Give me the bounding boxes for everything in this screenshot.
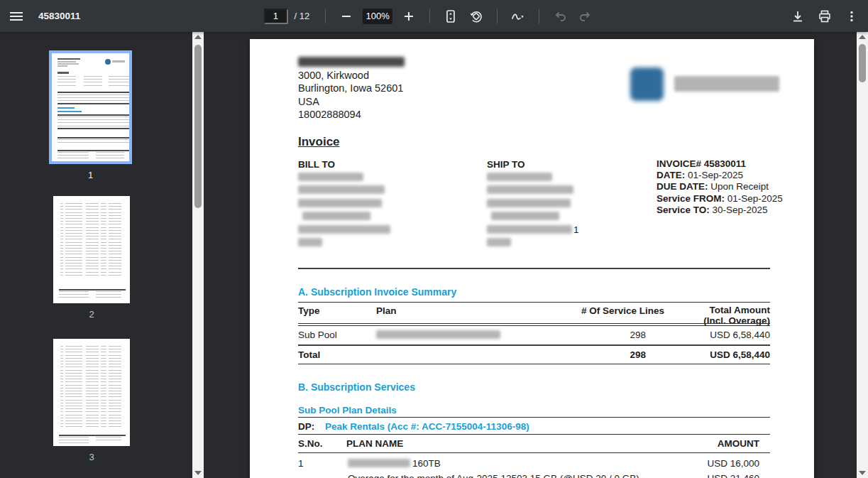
rotate-button[interactable] [464,4,488,28]
table-b-header-plan-name: PLAN NAME [346,438,403,449]
redacted-logo-icon [630,67,664,101]
redacted-bill-to-line [298,225,390,234]
redacted-logo-text [674,76,779,92]
main-scrollbar-thumb[interactable] [859,44,866,82]
detail-value: 45830011 [704,158,746,169]
thumbnail-page-2[interactable]: 2 [53,196,130,303]
section-b-title: B. Subscription Services [298,381,415,393]
sidebar-scrollbar[interactable] [192,32,204,478]
detail-value: 01-Sep-2025 [688,170,743,180]
page-count-label: / 12 [294,11,309,21]
detail-due-date: DUE DATE: Upon Receipt [657,181,783,192]
detail-label: DATE: [657,170,685,180]
sub-pool-subtitle: Sub Pool Plan Details [298,405,397,415]
toolbar-left: 45830011 [0,0,80,32]
kebab-menu-icon [845,10,858,23]
thumbnail-page-1[interactable]: 1 [49,50,132,164]
zoom-in-button[interactable] [397,4,421,28]
detail-date: DATE: 01-Sep-2025 [657,170,783,181]
redacted-ship-to-line [487,185,573,194]
detail-value: 30-Sep-2025 [713,205,768,215]
scroll-up-icon[interactable] [857,32,868,42]
thumbnail-page-3[interactable]: 3 [53,339,130,446]
redacted-bill-to-line [302,212,370,220]
download-button[interactable] [786,4,810,28]
main-scrollbar[interactable] [857,32,868,478]
table-b-header-sno: S.No. [298,438,323,449]
fit-page-button[interactable] [439,4,463,28]
more-options-button[interactable] [840,4,864,28]
scroll-up-icon[interactable] [192,32,204,42]
table-a-top-border [298,302,770,303]
table-a-header-border [298,323,770,324]
toolbar-divider [429,9,430,23]
detail-service-to: Service TO: 30-Sep-2025 [657,205,783,216]
thumbnail-page-2-label: 2 [53,309,130,320]
detail-label: INVOICE# [657,158,701,169]
invoice-heading: Invoice [298,135,340,149]
redacted-bill-to-line [298,199,382,207]
table-b-line2 [298,434,770,435]
table-b-header-border [298,452,770,453]
redo-icon [578,9,593,23]
redacted-ship-to-line [487,199,571,207]
detail-value: Upon Receipt [710,181,769,192]
sidebar-scrollbar-thumb[interactable] [194,45,202,208]
table-a-total-amount: USD 6,58,440 [664,349,770,360]
bill-to-label: BILL TO [298,159,335,170]
toolbar: 45830011 / 12 100% [0,0,868,32]
redacted-bill-to-line [298,185,385,194]
table-b-header-amount: AMOUNT [628,438,759,449]
document-viewport[interactable]: 3000, Kirkwood Burlington, Iowa 52601 US… [204,32,857,478]
undo-icon [553,9,567,23]
menu-button[interactable] [4,4,28,28]
header-total-amount-line1: Total Amount [664,305,770,316]
table-a-row-type: Sub Pool [298,330,337,340]
scroll-down-icon[interactable] [857,468,868,478]
detail-value: 01-Sep-2025 [727,193,783,204]
print-icon [818,9,832,23]
table-a-row-amount: USD 6,58,440 [664,330,770,340]
document-title: 45830011 [38,11,80,21]
table-b-row2-plan: Overage for the month of Aug-2025 12503.… [348,473,639,478]
toolbar-divider [325,9,326,23]
toolbar-right [786,0,864,32]
redacted-bill-to-line [298,173,363,181]
detail-label: DUE DATE: [657,181,708,192]
toolbar-divider [539,9,539,23]
address-line-3: USA [298,95,403,108]
redacted-ship-to-line [487,225,572,234]
invoice-details: INVOICE# 45830011 DATE: 01-Sep-2025 DUE … [657,158,783,216]
table-a-total-label: Total [298,349,320,360]
dp-account-value: Peak Rentals (Acc #: ACC-7155004-11306-9… [325,421,529,432]
thumbnail-page-1-preview [49,50,132,164]
print-button[interactable] [813,4,837,28]
redo-button[interactable] [573,4,598,28]
undo-button[interactable] [548,4,572,28]
thumbnail-page-3-label: 3 [53,452,130,462]
ship-to-label: SHIP TO [487,159,525,170]
zoom-level-display[interactable]: 100% [363,9,392,24]
rotate-counterclockwise-icon [468,9,484,24]
address-line-2: Burlington, Iowa 52601 [298,82,403,94]
annotate-button[interactable] [506,4,530,28]
table-b-row1-sno: 1 [298,458,304,469]
scroll-down-icon[interactable] [192,468,204,478]
fit-page-icon [444,9,457,23]
zoom-out-button[interactable] [334,4,358,28]
thumbnail-page-2-preview [53,196,130,303]
table-b-row2-amount: USD 21,460 [628,473,759,478]
download-icon [791,9,805,23]
sender-phone: 18002888094 [298,108,403,121]
pdf-page-1: 3000, Kirkwood Burlington, Iowa 52601 US… [250,39,814,478]
detail-invoice-number: INVOICE# 45830011 [657,158,783,170]
zoom-out-icon [341,11,352,22]
redacted-ship-to-line [487,238,511,246]
redacted-ship-to-line [487,173,552,181]
address-line-1: 3000, Kirkwood [298,69,403,82]
table-b-row1-plan-suffix: 160TB [412,458,441,469]
page-number-input[interactable] [263,9,287,24]
table-a-header-type: Type [298,305,320,316]
pdf-viewer-app: 45830011 / 12 100% [0,0,868,478]
table-a-total-lines: 298 [527,349,664,360]
